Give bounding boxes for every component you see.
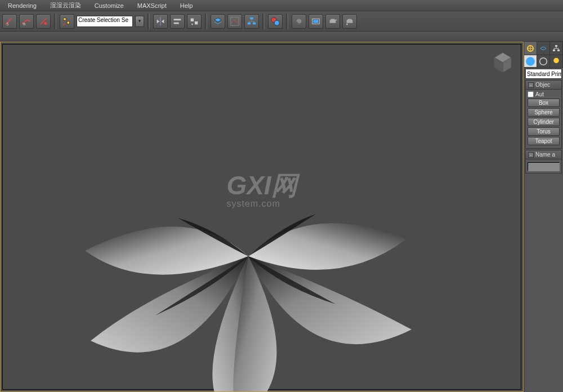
svg-point-2 (44, 21, 47, 24)
svg-rect-8 (195, 21, 198, 24)
render-setup-button[interactable] (292, 14, 306, 29)
create-subtabs (524, 55, 563, 68)
svg-text:5: 5 (7, 22, 9, 26)
menu-customize[interactable]: Customize (89, 1, 129, 10)
command-panel-tabs (524, 42, 563, 55)
secondary-toolbar (0, 32, 563, 42)
menu-help[interactable]: Help (175, 1, 199, 10)
command-panel: Standard Primiti -Objec Aut Box Sphere C… (524, 42, 563, 392)
sphere-button[interactable]: Sphere (528, 108, 560, 117)
svg-rect-5 (174, 19, 181, 20)
toolbar-separator (54, 14, 56, 29)
svg-rect-10 (231, 17, 239, 25)
menu-rendering[interactable]: Rendering (2, 1, 42, 10)
lights-subtab[interactable] (550, 55, 563, 67)
render-iterative-button[interactable]: ▼ (342, 14, 357, 29)
named-selection-dropdown[interactable]: Create Selection Se (77, 16, 133, 27)
viewport[interactable]: GXI网 system.com (0, 42, 524, 392)
svg-rect-18 (314, 20, 319, 23)
material-editor-button[interactable] (268, 14, 283, 29)
svg-point-25 (540, 57, 547, 65)
modify-tab[interactable] (537, 42, 550, 55)
object-type-rollout: -Objec Aut Box Sphere Cylinder Torus Tea… (525, 80, 562, 149)
mirror-button[interactable] (153, 14, 168, 29)
svg-text:▼: ▼ (346, 23, 348, 26)
svg-rect-7 (191, 18, 194, 21)
autogrid-checkbox[interactable]: Aut (528, 91, 560, 97)
geometry-subtab[interactable] (524, 55, 537, 67)
menu-maxscript[interactable]: MAXScript (132, 1, 172, 10)
svg-rect-12 (248, 22, 251, 24)
render-frame-button[interactable] (309, 14, 323, 29)
schematic-view-button[interactable] (244, 14, 259, 29)
named-selection-arrow[interactable]: ▼ (135, 16, 144, 27)
menubar: Rendering 渲渲云渲染 Customize MAXScript Help (0, 0, 563, 11)
snap-angle-button[interactable]: 5 (2, 14, 17, 29)
toolbar-separator (148, 14, 150, 29)
rendered-geometry (74, 177, 423, 392)
category-dropdown[interactable]: Standard Primiti (525, 69, 562, 79)
svg-rect-4 (67, 21, 70, 24)
svg-rect-13 (253, 22, 256, 24)
object-type-header-label: Objec (535, 82, 550, 88)
object-type-header[interactable]: -Objec (526, 81, 561, 90)
toolbar-separator (262, 14, 265, 29)
svg-point-15 (274, 20, 279, 25)
toolbar-separator (205, 14, 207, 29)
object-name-input[interactable] (528, 162, 560, 171)
torus-button[interactable]: Torus (528, 127, 560, 136)
name-color-header-label: Name a (535, 152, 555, 158)
viewcube[interactable] (490, 50, 515, 75)
snap-percent-button[interactable]: % (19, 14, 34, 29)
svg-point-24 (526, 57, 535, 66)
svg-point-26 (553, 57, 558, 63)
svg-rect-16 (297, 23, 300, 24)
svg-rect-6 (174, 22, 179, 24)
name-color-rollout: -Name a (525, 150, 562, 173)
curve-editor-button[interactable] (227, 14, 242, 29)
cylinder-button[interactable]: Cylinder (528, 118, 560, 126)
svg-rect-11 (250, 17, 253, 19)
autogrid-label: Aut (535, 91, 544, 97)
render-production-button[interactable] (325, 14, 340, 29)
toolbar-separator (286, 14, 288, 29)
box-button[interactable]: Box (528, 99, 560, 107)
svg-rect-3 (64, 17, 66, 20)
align-dropdown-button[interactable]: ▼ (187, 14, 202, 29)
menu-cloud-render[interactable]: 渲渲云渲染 (44, 0, 87, 11)
spinner-snap-button[interactable] (36, 14, 51, 29)
svg-text:▼: ▼ (191, 23, 194, 26)
layer-manager-button[interactable] (211, 14, 225, 29)
align-button[interactable] (170, 14, 185, 29)
teapot-button[interactable]: Teapot (528, 137, 560, 145)
svg-text:%: % (23, 22, 26, 26)
workspace: GXI网 system.com (0, 42, 524, 392)
name-color-header[interactable]: -Name a (526, 150, 561, 159)
hierarchy-tab[interactable] (550, 42, 563, 55)
edit-named-selection-button[interactable] (60, 14, 74, 29)
create-tab[interactable] (524, 42, 537, 55)
shapes-subtab[interactable] (537, 55, 550, 67)
svg-rect-22 (553, 50, 555, 51)
svg-rect-21 (555, 45, 557, 47)
svg-rect-23 (557, 50, 560, 51)
main-toolbar: 5 % Create Selection Se ▼ ▼ ▼ (0, 11, 563, 32)
